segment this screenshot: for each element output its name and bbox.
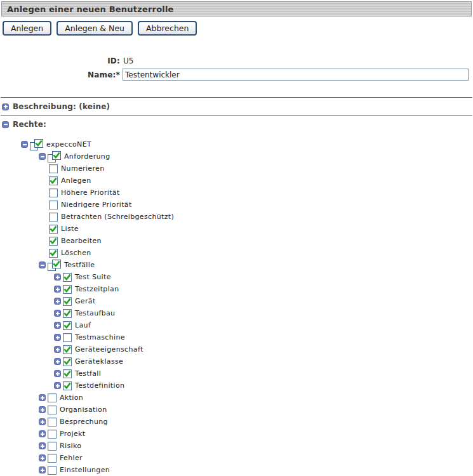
abbrechen-button[interactable]: Abbrechen xyxy=(138,21,197,36)
tree-item-label: Bearbeiten xyxy=(61,237,102,245)
page-header: Anlegen einer neuen Benutzerrolle xyxy=(1,1,472,17)
checkbox-box xyxy=(49,237,58,246)
permission-checkbox[interactable] xyxy=(48,418,57,426)
tree-item-label: Geräteeigenschaft xyxy=(75,345,143,354)
plus-expander-icon[interactable] xyxy=(54,346,61,353)
checkbox-box xyxy=(52,151,61,160)
permission-checkbox[interactable] xyxy=(49,225,58,234)
plus-expander-icon[interactable] xyxy=(54,274,61,281)
check-icon xyxy=(35,140,43,147)
plus-expander-icon[interactable] xyxy=(39,394,46,401)
checkbox-box xyxy=(63,369,72,378)
checkbox-box xyxy=(63,381,72,390)
anlegen-button[interactable]: Anlegen xyxy=(3,21,51,36)
permission-checkbox[interactable] xyxy=(49,201,58,209)
permission-checkbox[interactable] xyxy=(63,285,72,294)
permission-checkbox[interactable] xyxy=(48,393,57,402)
permission-checkbox[interactable] xyxy=(48,151,61,162)
tree-item-label: Organisation xyxy=(60,406,107,414)
minus-expander-icon[interactable] xyxy=(39,153,46,160)
plus-expander-icon[interactable] xyxy=(54,322,61,329)
tree-item-label: Testfälle xyxy=(64,261,95,269)
plus-expander-icon[interactable] xyxy=(54,334,61,341)
tree-row: Besprechung xyxy=(0,416,473,428)
permission-checkbox[interactable] xyxy=(63,333,72,342)
plus-expander-icon[interactable] xyxy=(54,298,61,305)
tree-item-label: Niedrigere Priorität xyxy=(61,201,132,209)
plus-expander-icon[interactable] xyxy=(39,430,46,437)
permission-checkbox[interactable] xyxy=(49,188,58,197)
tree-item-label: Testmaschine xyxy=(75,333,125,341)
tree-item-label: Lauf xyxy=(75,321,91,329)
checkbox-box xyxy=(49,225,58,234)
permission-checkbox[interactable] xyxy=(30,139,43,150)
rights-tree: expeccoNET Anforderung Numerieren Anlege… xyxy=(0,138,473,476)
name-input[interactable] xyxy=(123,69,469,81)
tree-item-label: Test Suite xyxy=(75,273,111,281)
permission-checkbox[interactable] xyxy=(49,164,58,173)
permission-checkbox[interactable] xyxy=(49,249,58,258)
permission-checkbox[interactable] xyxy=(63,357,72,366)
plus-expander-icon[interactable] xyxy=(54,310,61,317)
permission-checkbox[interactable] xyxy=(63,309,72,318)
check-icon xyxy=(50,249,57,257)
tree-item-label: Fehler xyxy=(60,454,83,462)
checkbox-box xyxy=(48,393,57,402)
plus-expander-icon[interactable] xyxy=(54,358,61,365)
tree-item-label: Testdefinition xyxy=(75,381,124,390)
permission-checkbox[interactable] xyxy=(63,369,72,378)
checkbox-box xyxy=(48,418,57,426)
permission-checkbox[interactable] xyxy=(48,466,57,475)
tree-item-label: Besprechung xyxy=(60,418,108,426)
tree-row: Betrachten (Schreibgeschützt) xyxy=(0,211,473,223)
permission-checkbox[interactable] xyxy=(49,237,58,246)
section-rechte[interactable]: Rechte: xyxy=(0,116,473,133)
id-value: U5 xyxy=(120,56,133,65)
check-icon xyxy=(53,260,60,268)
plus-expander-icon[interactable] xyxy=(39,454,46,461)
tree-row: expeccoNET xyxy=(0,138,473,150)
tree-item-label: Testzeitplan xyxy=(75,285,119,293)
tree-row: Löschen xyxy=(0,247,473,259)
tree-row: Testzeitplan xyxy=(0,283,473,295)
tree-row: Niedrigere Priorität xyxy=(0,199,473,211)
tree-item-label: Betrachten (Schreibgeschützt) xyxy=(61,213,174,221)
permission-checkbox[interactable] xyxy=(48,454,57,463)
tree-item-label: Höhere Priorität xyxy=(61,188,120,197)
tree-row: Geräteeigenschaft xyxy=(0,343,473,355)
minus-expander-icon[interactable] xyxy=(2,121,9,128)
permission-checkbox[interactable] xyxy=(48,442,57,451)
plus-expander-icon[interactable] xyxy=(2,103,9,110)
permission-checkbox[interactable] xyxy=(48,430,57,439)
plus-expander-icon[interactable] xyxy=(54,370,61,377)
permission-checkbox[interactable] xyxy=(63,381,72,390)
permission-checkbox[interactable] xyxy=(49,176,58,185)
tree-item-label: Gerät xyxy=(75,297,96,305)
permission-checkbox[interactable] xyxy=(48,260,61,271)
plus-expander-icon[interactable] xyxy=(54,286,61,293)
permission-checkbox[interactable] xyxy=(49,213,58,221)
tree-item-label: Löschen xyxy=(61,249,91,257)
plus-expander-icon[interactable] xyxy=(39,406,46,413)
permission-checkbox[interactable] xyxy=(63,297,72,306)
checkbox-box xyxy=(49,201,58,209)
checkbox-box xyxy=(63,357,72,366)
tree-item-label: Testaufbau xyxy=(75,309,115,317)
checkbox-box xyxy=(63,321,72,330)
checkbox-box xyxy=(49,176,58,185)
plus-expander-icon[interactable] xyxy=(39,418,46,425)
minus-expander-icon[interactable] xyxy=(21,141,28,148)
check-icon xyxy=(50,237,57,245)
plus-expander-icon[interactable] xyxy=(39,442,46,449)
permission-checkbox[interactable] xyxy=(48,406,57,414)
plus-expander-icon[interactable] xyxy=(54,382,61,389)
section-beschreibung[interactable]: Beschreibung: (keine) xyxy=(0,98,473,115)
tree-row: Testfälle xyxy=(0,259,473,271)
permission-checkbox[interactable] xyxy=(63,345,72,354)
anlegen-und-neu-button[interactable]: Anlegen & Neu xyxy=(57,21,133,36)
minus-expander-icon[interactable] xyxy=(39,261,46,268)
permission-checkbox[interactable] xyxy=(63,273,72,282)
plus-expander-icon[interactable] xyxy=(39,466,46,473)
permission-checkbox[interactable] xyxy=(63,321,72,330)
section-label: Beschreibung: (keine) xyxy=(13,102,110,111)
